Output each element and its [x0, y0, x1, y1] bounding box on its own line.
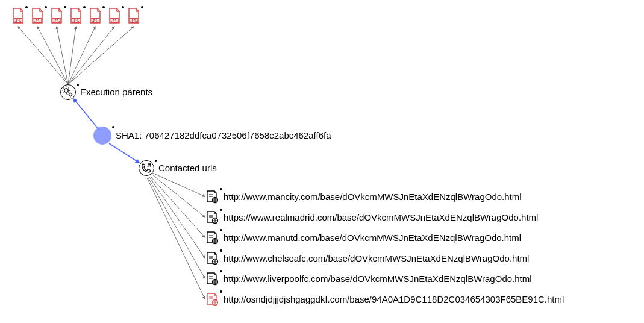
- url-node[interactable]: [205, 271, 219, 286]
- svg-line-7: [73, 99, 99, 130]
- gears-icon: [61, 85, 75, 99]
- svg-line-2: [57, 27, 68, 84]
- svg-line-11: [151, 177, 205, 237]
- url-node[interactable]: [205, 230, 219, 245]
- expand-dot[interactable]: [155, 160, 157, 162]
- webpage-icon: [205, 189, 219, 204]
- expand-dot[interactable]: [122, 6, 124, 8]
- url-label: http://www.liverpoolfc.com/base/dOVkcmMW…: [224, 274, 532, 284]
- rar-file-node[interactable]: RAR: [127, 7, 141, 24]
- url-label: http://www.chelseafc.com/base/dOVkcmMWSJ…: [224, 253, 529, 263]
- svg-line-12: [149, 177, 205, 258]
- svg-text:RAR: RAR: [110, 19, 119, 23]
- expand-dot[interactable]: [220, 270, 222, 272]
- url-label: http://www.mancity.com/base/dOVkcmMWSJnE…: [224, 192, 522, 202]
- svg-text:RAR: RAR: [52, 19, 61, 23]
- contacted-urls-label: Contacted urls: [158, 163, 217, 173]
- execution-parents-label: Execution parents: [80, 87, 152, 97]
- expand-dot[interactable]: [64, 6, 66, 8]
- rar-file-node[interactable]: RAR: [88, 7, 102, 24]
- webpage-malicious-icon: [205, 292, 219, 306]
- rar-file-node[interactable]: RAR: [49, 7, 64, 24]
- svg-text:RAR: RAR: [130, 19, 138, 23]
- expand-dot[interactable]: [102, 6, 105, 8]
- contacted-urls-node[interactable]: [139, 160, 154, 176]
- svg-line-0: [18, 27, 68, 84]
- sha1-label: SHA1: 706427182ddfca0732506f7658c2abc462…: [116, 130, 331, 140]
- phone-out-icon: [139, 161, 154, 175]
- webpage-icon: [205, 271, 219, 286]
- url-label: http://www.manutd.com/base/dOVkcmMWSJnEt…: [224, 233, 521, 243]
- webpage-icon: [205, 210, 219, 224]
- rar-file-node[interactable]: RAR: [30, 7, 45, 24]
- expand-dot[interactable]: [83, 6, 86, 8]
- svg-text:RAR: RAR: [14, 19, 22, 23]
- rar-file-node[interactable]: RAR: [107, 7, 122, 24]
- expand-dot[interactable]: [220, 229, 222, 231]
- expand-dot[interactable]: [25, 6, 28, 8]
- svg-line-6: [68, 27, 134, 84]
- url-label: http://osndjdjjjdjshgaggdkf.com/base/94A…: [224, 294, 564, 304]
- url-node-malicious[interactable]: [205, 292, 219, 306]
- url-node[interactable]: [205, 251, 219, 265]
- svg-line-10: [152, 175, 205, 217]
- expand-dot[interactable]: [220, 290, 222, 293]
- execution-parents-node[interactable]: [60, 84, 76, 100]
- webpage-icon: [205, 230, 219, 245]
- expand-dot[interactable]: [141, 6, 143, 8]
- expand-dot[interactable]: [77, 84, 79, 86]
- sha1-node[interactable]: [93, 127, 111, 145]
- svg-text:RAR: RAR: [72, 19, 80, 23]
- expand-dot[interactable]: [220, 249, 222, 252]
- svg-line-1: [37, 27, 68, 84]
- url-label: https://www.realmadrid.com/base/dOVkcmMW…: [224, 212, 538, 222]
- svg-line-14: [147, 178, 205, 299]
- rar-file-node[interactable]: RAR: [11, 7, 25, 24]
- expand-dot[interactable]: [220, 188, 222, 190]
- svg-text:RAR: RAR: [91, 19, 99, 23]
- url-node[interactable]: [205, 189, 219, 204]
- svg-line-8: [109, 143, 139, 163]
- svg-point-30: [69, 93, 72, 96]
- url-node[interactable]: [205, 210, 219, 224]
- svg-point-29: [64, 89, 68, 92]
- svg-text:RAR: RAR: [33, 19, 42, 23]
- rar-file-node[interactable]: RAR: [69, 7, 83, 24]
- expand-dot[interactable]: [220, 209, 222, 211]
- expand-dot[interactable]: [45, 6, 47, 8]
- expand-dot[interactable]: [112, 126, 114, 128]
- webpage-icon: [205, 251, 219, 265]
